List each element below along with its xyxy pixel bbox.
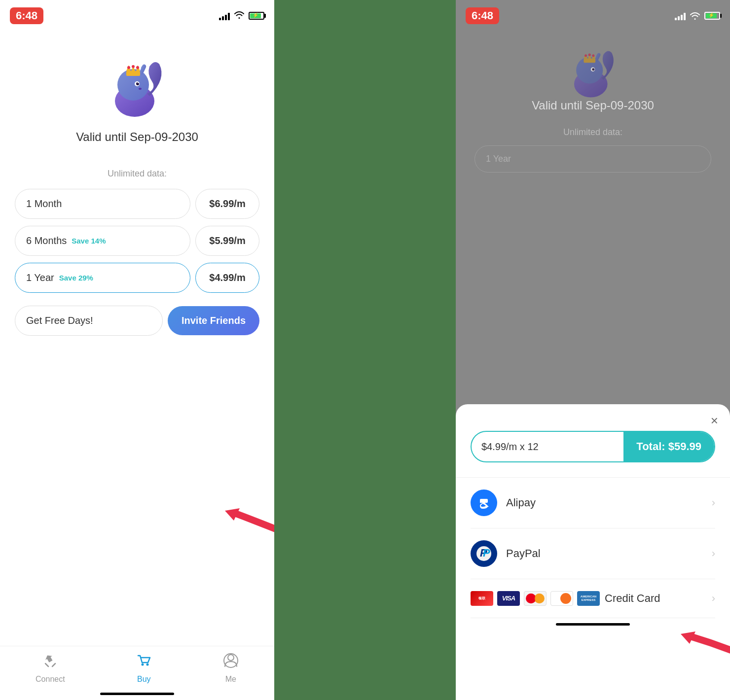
svg-text:P: P bbox=[483, 547, 490, 559]
save-badge-6months: Save 14% bbox=[72, 237, 106, 245]
unionpay-icon: 银联 bbox=[471, 591, 493, 606]
nav-label-connect: Connect bbox=[36, 675, 65, 684]
gap bbox=[274, 0, 456, 700]
price-total-text: Total: $59.99 bbox=[623, 432, 714, 461]
signal-icon bbox=[219, 11, 230, 20]
plan-options: 1 Month $6.99/m 6 Months Save 14% $5.99/… bbox=[15, 189, 259, 293]
plan-row-1year[interactable]: 1 Year Save 29% $4.99/m bbox=[15, 263, 259, 293]
nav-item-connect[interactable]: Connect bbox=[36, 653, 65, 684]
plan-price-1month[interactable]: $6.99/m bbox=[195, 189, 259, 219]
plan-row-1month[interactable]: 1 Month $6.99/m bbox=[15, 189, 259, 219]
status-bar-right: 6:48 bbox=[456, 0, 730, 30]
app-content-left: Valid until Sep-09-2030 Unlimited data: … bbox=[0, 30, 274, 336]
svg-rect-22 bbox=[584, 59, 595, 63]
price-per-month-text: $4.99/m x 12 bbox=[472, 441, 623, 453]
amex-icon: AMERICAN EXPRESS bbox=[577, 591, 600, 606]
plan-price-1year[interactable]: $4.99/m bbox=[195, 263, 259, 293]
discover-icon bbox=[550, 591, 573, 606]
visa-icon: VISA bbox=[497, 591, 520, 606]
svg-point-10 bbox=[127, 66, 130, 69]
alipay-icon bbox=[471, 490, 497, 516]
plan-label-1month[interactable]: 1 Month bbox=[15, 189, 190, 219]
svg-point-16 bbox=[228, 655, 234, 661]
payment-method-alipay[interactable]: Alipay › bbox=[471, 478, 715, 528]
svg-rect-6 bbox=[126, 71, 140, 76]
unlimited-label-right: Unlimited data: bbox=[563, 127, 622, 138]
plan-row-6months[interactable]: 6 Months Save 14% $5.99/m bbox=[15, 226, 259, 256]
time-display-left: 6:48 bbox=[10, 7, 43, 24]
left-phone-screen: 6:48 bbox=[0, 0, 274, 700]
invite-row: Get Free Days! Invite Friends bbox=[15, 306, 259, 336]
status-bar-left: 6:48 bbox=[0, 0, 274, 30]
valid-until-text: Valid until Sep-09-2030 bbox=[76, 130, 198, 144]
modal-close-button[interactable]: × bbox=[711, 414, 718, 427]
creditcard-chevron: › bbox=[712, 592, 715, 605]
home-indicator-right bbox=[556, 623, 630, 626]
signal-icon-right bbox=[675, 11, 686, 20]
nav-item-buy[interactable]: Buy bbox=[136, 653, 152, 684]
mastercard-icon bbox=[524, 591, 547, 606]
nav-label-me: Me bbox=[225, 675, 236, 684]
status-icons-right bbox=[675, 11, 720, 20]
unlimited-data-label: Unlimited data: bbox=[108, 169, 167, 179]
svg-point-15 bbox=[146, 664, 148, 666]
home-indicator-left bbox=[100, 693, 174, 695]
logo-container bbox=[103, 54, 172, 120]
paypal-icon: P P bbox=[471, 540, 497, 567]
nav-label-buy: Buy bbox=[137, 675, 151, 684]
svg-point-5 bbox=[139, 88, 142, 90]
squirrel-logo-right bbox=[563, 44, 622, 99]
right-bg-logo-area: Valid until Sep-09-2030 Unlimited data: … bbox=[456, 30, 730, 187]
invite-friends-button[interactable]: Invite Friends bbox=[168, 306, 259, 335]
right-phone-screen: 6:48 bbox=[456, 0, 730, 700]
battery-icon-right bbox=[704, 12, 720, 20]
valid-until-right: Valid until Sep-09-2030 bbox=[532, 99, 654, 112]
paypal-chevron: › bbox=[712, 547, 715, 560]
plan-duration-1month: 1 Month bbox=[26, 198, 62, 210]
plan-price-6months[interactable]: $5.99/m bbox=[195, 226, 259, 256]
me-icon bbox=[223, 653, 239, 672]
alipay-chevron: › bbox=[712, 496, 715, 509]
price-summary-bar: $4.99/m x 12 Total: $59.99 bbox=[471, 431, 715, 462]
paypal-label: PayPal bbox=[506, 547, 712, 560]
paypal-symbol: P P bbox=[476, 546, 492, 561]
time-display-right: 6:48 bbox=[466, 7, 499, 24]
wifi-icon bbox=[234, 11, 245, 21]
bottom-nav-left: Connect Buy Me bbox=[0, 646, 274, 700]
connect-icon bbox=[42, 653, 58, 672]
plan-duration-6months: 6 Months bbox=[26, 235, 67, 246]
plan-label-1year[interactable]: 1 Year Save 29% bbox=[15, 263, 190, 293]
svg-point-11 bbox=[132, 65, 135, 68]
payment-method-paypal[interactable]: P P PayPal › bbox=[471, 528, 715, 579]
svg-point-12 bbox=[136, 66, 139, 69]
svg-point-3 bbox=[136, 82, 139, 85]
arrow-right bbox=[681, 619, 730, 670]
svg-point-28 bbox=[592, 54, 594, 57]
plan-duration-1year: 1 Year bbox=[26, 272, 54, 283]
svg-point-21 bbox=[592, 68, 594, 70]
plan-label-6months[interactable]: 6 Months Save 14% bbox=[15, 226, 190, 256]
svg-point-4 bbox=[138, 82, 139, 83]
buy-icon bbox=[136, 653, 152, 672]
free-days-label: Get Free Days! bbox=[15, 306, 163, 336]
creditcard-label: Credit Card bbox=[605, 592, 712, 605]
right-bg-content: 6:48 bbox=[456, 0, 730, 320]
payment-method-creditcard[interactable]: 银联 VISA AMERICAN EXPRESS Credit Card › bbox=[471, 579, 715, 618]
svg-point-14 bbox=[141, 664, 144, 666]
svg-point-27 bbox=[588, 54, 591, 56]
alipay-symbol bbox=[476, 495, 492, 511]
alipay-label: Alipay bbox=[506, 496, 712, 509]
credit-card-icons: 银联 VISA AMERICAN EXPRESS bbox=[471, 591, 600, 606]
nav-item-me[interactable]: Me bbox=[223, 653, 239, 684]
squirrel-logo bbox=[103, 54, 172, 118]
svg-point-26 bbox=[584, 54, 587, 57]
save-badge-1year: Save 29% bbox=[59, 274, 93, 282]
battery-icon bbox=[249, 12, 264, 20]
status-icons-left bbox=[219, 11, 264, 21]
arrow-left bbox=[225, 501, 274, 547]
partial-plan-row: 1 Year bbox=[474, 145, 711, 173]
wifi-icon-right bbox=[690, 12, 700, 20]
